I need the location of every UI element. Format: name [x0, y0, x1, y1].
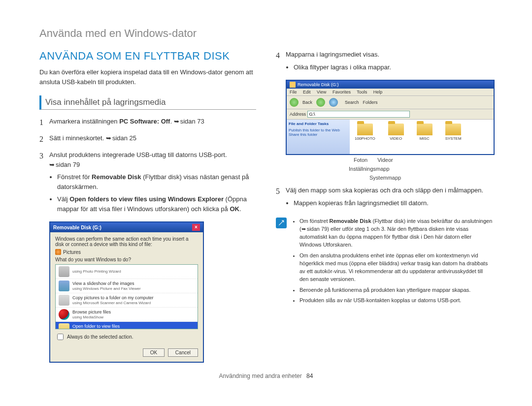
step-1-post: . — [170, 118, 173, 125]
folders-label[interactable]: Folders — [363, 100, 378, 105]
page-ref-icon — [106, 134, 112, 142]
ok-button[interactable]: OK — [143, 348, 165, 357]
item-sub: using Photo Printing Wizard — [72, 269, 121, 274]
dialog-line1: Windows can perform the same action each… — [55, 236, 198, 247]
folder-misc[interactable]: MISC — [417, 124, 432, 150]
camera-wizard-icon — [59, 295, 69, 306]
list-item[interactable]: View a slideshow of the imagesusing Wind… — [56, 279, 198, 293]
back-icon[interactable] — [290, 98, 299, 107]
address-input[interactable] — [307, 111, 410, 118]
list-item-selected[interactable]: Open folder to view filesusing Windows E… — [56, 322, 198, 329]
step-number: 3 — [39, 150, 49, 217]
left-column: ANVÄNDA SOM EN FLYTTBAR DISK Du kan över… — [39, 50, 256, 363]
page-ref-icon — [174, 118, 180, 125]
step-1: 1 Avmarkera inställningen PC Software: O… — [39, 117, 256, 128]
note-icon — [276, 218, 287, 228]
folder-callouts: Foton Videor Inställningsmapp Systemmapp — [286, 157, 493, 181]
step-2: 2 Sätt i minneskortet. sidan 25 — [39, 133, 256, 145]
page-ref-icon — [301, 226, 307, 232]
b2-ok: OK — [230, 205, 239, 213]
step-number: 2 — [39, 133, 49, 145]
pictures-label: Pictures — [63, 250, 81, 255]
list-item[interactable]: Copy pictures to a folder on my computer… — [56, 293, 198, 308]
folder-icon — [417, 124, 432, 135]
menu-favorites[interactable]: Favorites — [332, 90, 351, 94]
explorer-addressbar: Address — [287, 109, 494, 120]
explorer-window: Removable Disk (G:) File Edit View Favor… — [286, 80, 495, 155]
forward-icon[interactable] — [316, 98, 325, 107]
explorer-menu[interactable]: File Edit View Favorites Tools Help — [287, 89, 494, 96]
always-checkbox-row[interactable]: Always do the selected action. — [55, 332, 198, 342]
sub-heading: Visa innehållet på lagringsmedia — [39, 95, 256, 110]
note-item-4: Produkten slås av när USB-kontakten kopp… — [299, 297, 493, 305]
note-box: Om fönstret Removable Disk (Flyttbar dis… — [276, 218, 493, 308]
folder-icon — [357, 124, 373, 135]
item-sub: using Windows Picture and Fax Viewer — [72, 286, 141, 291]
step-1-pre: Avmarkera inställningen — [49, 118, 119, 125]
up-icon[interactable] — [329, 98, 338, 107]
callout-foton: Foton — [354, 157, 367, 163]
step-number: 4 — [276, 50, 286, 75]
step-5-text: Välj den mapp som ska kopieras och dra o… — [286, 187, 483, 194]
callout-system: Systemmapp — [369, 175, 401, 181]
dialog-title: Removable Disk (G:) — [53, 225, 101, 230]
step-4-text: Mapparna i lagringsmediet visas. — [286, 51, 379, 58]
explorer-sidepane: File and Folder Tasks Publish this folde… — [287, 120, 350, 154]
menu-edit[interactable]: Edit — [303, 90, 311, 94]
n1-ref: sidan 79 — [307, 226, 328, 232]
b1-pre: Fönstret för — [57, 173, 92, 181]
note-item-3: Beroende på funktionerna på produkten ka… — [299, 286, 493, 294]
mediashow-icon — [59, 309, 69, 320]
dialog-prompt: What do you want Windows to do? — [55, 257, 198, 262]
section-title: ANVÄNDA SOM EN FLYTTBAR DISK — [39, 50, 256, 62]
side-link-1[interactable]: Publish this folder to the Web — [289, 128, 348, 132]
step-number: 5 — [276, 186, 286, 211]
step-2-ref: sidan 25 — [112, 134, 136, 142]
step-5-bullet: Mappen kopieras från lagringsmediet till… — [294, 198, 493, 208]
printer-icon — [59, 266, 69, 277]
always-checkbox[interactable] — [57, 334, 64, 340]
content-columns: ANVÄNDA SOM EN FLYTTBAR DISK Du kan över… — [39, 50, 493, 363]
slideshow-icon — [59, 281, 69, 291]
close-icon[interactable]: × — [192, 224, 200, 231]
step-3-ref: sidan 79 — [56, 161, 80, 168]
note-item-2: Om den anslutna produktens enhet inte öp… — [299, 252, 493, 283]
n1-pre: Om fönstret — [299, 218, 330, 224]
page-ref-icon — [49, 161, 56, 168]
folder-photo[interactable]: 100PHOTO — [355, 124, 375, 150]
dialog-titlebar: Removable Disk (G:) × — [50, 222, 203, 232]
menu-view[interactable]: View — [317, 90, 326, 94]
folder-label: MISC — [417, 136, 432, 141]
folder-label: 100PHOTO — [355, 136, 375, 141]
folder-icon — [388, 124, 404, 135]
page-footer: Användning med andra enheter 84 — [39, 373, 493, 379]
folder-label: SYSTEM — [445, 136, 462, 141]
intro-text: Du kan överföra eller kopiera inspelad d… — [39, 67, 256, 87]
side-link-2[interactable]: Share this folder — [289, 132, 348, 137]
item-title: Browse picture files — [72, 310, 111, 315]
folder-icon — [59, 323, 69, 329]
action-list[interactable]: using Photo Printing Wizard View a slide… — [55, 264, 198, 329]
callout-videor: Videor — [377, 157, 393, 163]
menu-file[interactable]: File — [290, 90, 297, 94]
drive-icon — [290, 82, 296, 88]
folder-video[interactable]: VIDEO — [388, 124, 404, 150]
folder-label: VIDEO — [388, 136, 404, 141]
explorer-titlebar: Removable Disk (G:) — [287, 81, 494, 89]
back-label[interactable]: Back — [302, 100, 312, 105]
item-title: Copy pictures to a folder on my computer — [72, 295, 154, 301]
step-5: 5 Välj den mapp som ska kopieras och dra… — [276, 186, 493, 211]
menu-help[interactable]: Help — [373, 90, 383, 94]
folder-system[interactable]: SYSTEM — [445, 124, 462, 150]
cancel-button[interactable]: Cancel — [168, 348, 198, 357]
folder-icon — [445, 124, 461, 135]
search-label[interactable]: Search — [345, 100, 359, 105]
pictures-icon — [55, 249, 61, 255]
list-item[interactable]: Browse picture filesusing MediaShow — [56, 308, 198, 322]
list-item[interactable]: using Photo Printing Wizard — [56, 265, 198, 279]
menu-tools[interactable]: Tools — [357, 90, 367, 94]
step-number: 1 — [39, 117, 49, 128]
side-heading: File and Folder Tasks — [289, 122, 348, 126]
step-3: 3 Anslut produktens integrerade USB-utta… — [39, 150, 256, 217]
note-item-1: Om fönstret Removable Disk (Flyttbar dis… — [299, 218, 493, 249]
